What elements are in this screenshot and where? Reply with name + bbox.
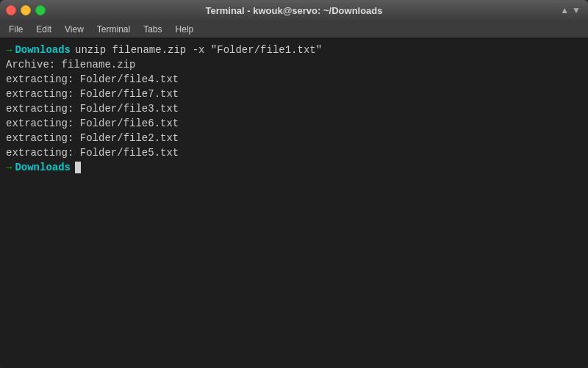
- extract-line-1: extracting: Folder/file7.txt: [6, 87, 582, 101]
- menu-file[interactable]: File: [3, 23, 29, 36]
- arrow-up-icon[interactable]: ▲: [560, 5, 569, 15]
- menu-terminal[interactable]: Terminal: [91, 23, 136, 36]
- arrow-down-icon[interactable]: ▼: [572, 5, 581, 15]
- archive-line: Archive: filename.zip: [6, 57, 582, 72]
- menu-view[interactable]: View: [59, 23, 90, 36]
- extract-line-2: extracting: Folder/file3.txt: [6, 101, 582, 116]
- terminal-cursor: [75, 162, 81, 173]
- minimize-button[interactable]: [21, 5, 31, 15]
- terminal-body[interactable]: → Downloads unzip filename.zip -x "Folde…: [0, 38, 588, 368]
- titlebar: Terminal - kwouk@servo: ~/Downloads ▲ ▼: [0, 0, 588, 21]
- extract-line-5: extracting: Folder/file5.txt: [6, 145, 582, 160]
- menu-help[interactable]: Help: [170, 23, 200, 36]
- menu-edit[interactable]: Edit: [30, 23, 57, 36]
- menu-tabs[interactable]: Tabs: [137, 23, 168, 36]
- window-controls: [6, 5, 46, 15]
- prompt-cmd-1: unzip filename.zip -x "Folder/file1.txt": [75, 43, 322, 57]
- prompt-arrow-1: →: [6, 43, 12, 57]
- prompt-line-1: → Downloads unzip filename.zip -x "Folde…: [6, 43, 582, 57]
- prompt-dir-2: Downloads: [15, 160, 71, 175]
- menubar: File Edit View Terminal Tabs Help: [0, 21, 588, 38]
- extract-line-0: extracting: Folder/file4.txt: [6, 72, 582, 87]
- maximize-button[interactable]: [35, 5, 46, 15]
- prompt-arrow-2: →: [6, 160, 12, 175]
- close-button[interactable]: [6, 5, 16, 15]
- extract-line-4: extracting: Folder/file2.txt: [6, 131, 582, 145]
- titlebar-arrows: ▲ ▼: [560, 5, 581, 15]
- prompt-line-2: → Downloads: [6, 160, 582, 175]
- extract-line-3: extracting: Folder/file6.txt: [6, 116, 582, 131]
- terminal-window: Terminal - kwouk@servo: ~/Downloads ▲ ▼ …: [0, 0, 588, 368]
- window-title: Terminal - kwouk@servo: ~/Downloads: [205, 5, 382, 16]
- prompt-dir-1: Downloads: [15, 43, 71, 57]
